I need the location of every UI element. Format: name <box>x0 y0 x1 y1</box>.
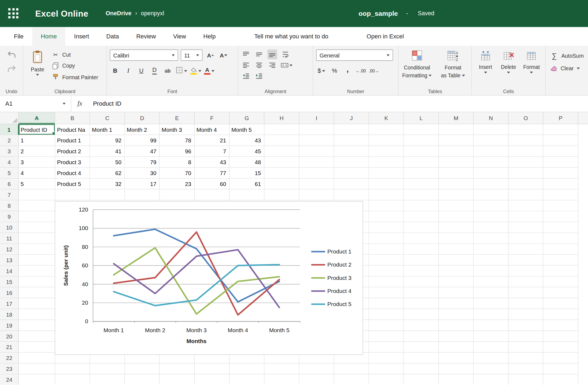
conditional-formatting-button[interactable]: Conditional Formatting <box>400 50 434 79</box>
row-header-2[interactable]: 2 <box>0 135 19 146</box>
cell-O4[interactable] <box>509 157 543 168</box>
col-header-H[interactable]: H <box>264 112 299 124</box>
cell-O15[interactable] <box>509 276 543 287</box>
cell-D1[interactable]: Month 2 <box>125 124 160 135</box>
cell-N12[interactable] <box>474 244 509 255</box>
cell-C2[interactable]: 92 <box>90 135 125 146</box>
cell-L10[interactable] <box>404 222 439 233</box>
name-box[interactable]: A1 <box>0 96 71 112</box>
cell-J2[interactable] <box>334 135 369 146</box>
cell-P5[interactable] <box>543 168 578 179</box>
cell-O2[interactable] <box>509 135 543 146</box>
cell-I5[interactable] <box>299 168 334 179</box>
cell-J4[interactable] <box>334 157 369 168</box>
cell-D4[interactable]: 79 <box>125 157 160 168</box>
cell-B1[interactable]: Product Na <box>55 124 90 135</box>
insert-function-button[interactable]: fx <box>71 96 88 112</box>
cell-M24[interactable] <box>439 374 474 385</box>
cell-L12[interactable] <box>404 244 439 255</box>
cell-H2[interactable] <box>264 135 299 146</box>
col-header-K[interactable]: K <box>369 112 404 124</box>
cell-G1[interactable]: Month 5 <box>229 124 264 135</box>
cell-O11[interactable] <box>509 233 543 244</box>
align-bottom-button[interactable] <box>267 50 277 59</box>
row-header-8[interactable]: 8 <box>0 200 19 211</box>
cell-K23[interactable] <box>369 363 404 374</box>
tab-data[interactable]: Data <box>98 27 128 46</box>
cell-N3[interactable] <box>474 146 509 157</box>
cell-O13[interactable] <box>509 255 543 265</box>
cell-O19[interactable] <box>509 320 543 331</box>
cell-N1[interactable] <box>474 124 509 135</box>
cell-L1[interactable] <box>404 124 439 135</box>
cell-J6[interactable] <box>334 179 369 190</box>
cell-N18[interactable] <box>474 309 509 320</box>
cell-L14[interactable] <box>404 265 439 276</box>
cell-M4[interactable] <box>439 157 474 168</box>
double-underline-button[interactable]: D <box>149 66 160 76</box>
cell-B3[interactable]: Product 2 <box>55 146 90 157</box>
cell-M9[interactable] <box>439 211 474 222</box>
cell-A5[interactable]: 4 <box>19 168 55 179</box>
increase-font-size-button[interactable]: A <box>205 50 216 60</box>
cell-M8[interactable] <box>439 200 474 211</box>
cell-I24[interactable] <box>299 374 334 385</box>
decrease-indent-button[interactable] <box>241 71 251 81</box>
col-header-L[interactable]: L <box>404 112 439 124</box>
cell-N17[interactable] <box>474 298 509 309</box>
cell-O22[interactable] <box>509 353 543 363</box>
row-header-1[interactable]: 1 <box>0 124 19 135</box>
row-header-23[interactable]: 23 <box>0 363 19 374</box>
copy-button[interactable]: Copy <box>52 62 98 69</box>
col-header-F[interactable]: F <box>195 112 229 124</box>
col-header-I[interactable]: I <box>299 112 334 124</box>
cell-L16[interactable] <box>404 287 439 298</box>
cell-L5[interactable] <box>404 168 439 179</box>
cell-M11[interactable] <box>439 233 474 244</box>
tab-review[interactable]: Review <box>128 27 165 46</box>
cell-F3[interactable]: 7 <box>195 146 229 157</box>
breadcrumb-folder[interactable]: openpyxl <box>141 10 164 17</box>
align-left-button[interactable] <box>241 60 251 70</box>
row-header-17[interactable]: 17 <box>0 298 19 309</box>
cell-K18[interactable] <box>369 309 404 320</box>
cell-E7[interactable] <box>160 190 195 200</box>
cell-A17[interactable] <box>19 298 55 309</box>
cell-L9[interactable] <box>404 211 439 222</box>
cell-P15[interactable] <box>543 276 578 287</box>
cell-G23[interactable] <box>229 363 264 374</box>
cell-G24[interactable] <box>229 374 264 385</box>
cell-K19[interactable] <box>369 320 404 331</box>
cell-B23[interactable] <box>55 363 90 374</box>
row-header-6[interactable]: 6 <box>0 179 19 190</box>
cell-L23[interactable] <box>404 363 439 374</box>
cell-D2[interactable]: 99 <box>125 135 160 146</box>
row-header-10[interactable]: 10 <box>0 222 19 233</box>
bold-button[interactable]: B <box>110 66 121 76</box>
cell-O6[interactable] <box>509 179 543 190</box>
cell-H1[interactable] <box>264 124 299 135</box>
cell-J1[interactable] <box>334 124 369 135</box>
cell-J3[interactable] <box>334 146 369 157</box>
cell-A18[interactable] <box>19 309 55 320</box>
cell-P1[interactable] <box>543 124 578 135</box>
cell-C4[interactable]: 50 <box>90 157 125 168</box>
cell-N16[interactable] <box>474 287 509 298</box>
cell-D6[interactable]: 17 <box>125 179 160 190</box>
tab-help[interactable]: Help <box>195 27 224 46</box>
cell-K8[interactable] <box>369 200 404 211</box>
cell-A10[interactable] <box>19 222 55 233</box>
cell-M17[interactable] <box>439 298 474 309</box>
paste-button[interactable]: Paste <box>26 50 49 81</box>
cell-K9[interactable] <box>369 211 404 222</box>
cell-A1[interactable]: Product ID <box>19 124 55 135</box>
cell-A4[interactable]: 3 <box>19 157 55 168</box>
cell-J23[interactable] <box>334 363 369 374</box>
cell-K5[interactable] <box>369 168 404 179</box>
cell-B6[interactable]: Product 5 <box>55 179 90 190</box>
cell-C3[interactable]: 41 <box>90 146 125 157</box>
cell-O14[interactable] <box>509 265 543 276</box>
cell-N6[interactable] <box>474 179 509 190</box>
cell-K4[interactable] <box>369 157 404 168</box>
cell-D24[interactable] <box>125 374 160 385</box>
